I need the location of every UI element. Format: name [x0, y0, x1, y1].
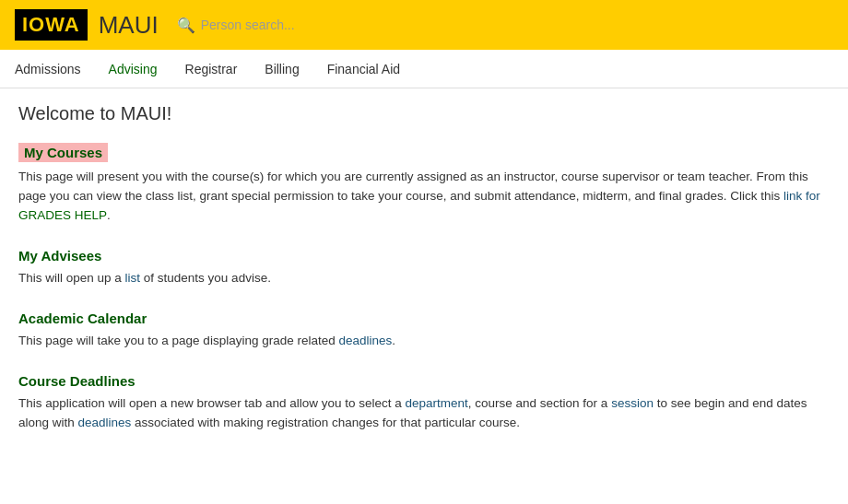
academic-calendar-title[interactable]: Academic Calendar — [18, 311, 147, 326]
my-advisees-body: This will open up a list of students you… — [18, 269, 830, 288]
main-nav: Admissions Advising Registrar Billing Fi… — [0, 50, 848, 88]
grades-help-link[interactable]: link for GRADES HELP — [18, 189, 820, 222]
search-input[interactable] — [201, 18, 385, 32]
deadlines-link[interactable]: deadlines — [78, 416, 132, 429]
nav-advising[interactable]: Advising — [109, 58, 158, 80]
nav-registrar[interactable]: Registrar — [185, 58, 238, 80]
app-title: MAUI — [99, 11, 159, 40]
section-my-advisees: My Advisees This will open up a list of … — [18, 248, 830, 288]
advisees-list-link[interactable]: list — [125, 271, 141, 285]
section-my-courses: My Courses This page will present you wi… — [18, 143, 830, 226]
main-content: Welcome to MAUI! My Courses This page wi… — [0, 88, 848, 469]
nav-financial-aid[interactable]: Financial Aid — [327, 58, 400, 80]
header: IOWA MAUI 🔍 — [0, 0, 848, 50]
department-link[interactable]: department — [405, 396, 467, 410]
nav-billing[interactable]: Billing — [265, 58, 299, 80]
course-deadlines-body: This application will open a new browser… — [18, 394, 830, 433]
search-icon: 🔍 — [177, 17, 195, 34]
session-link[interactable]: session — [611, 396, 654, 410]
grades-help-text[interactable]: GRADES HELP — [18, 208, 107, 222]
my-courses-body: This page will present you with the cour… — [18, 168, 830, 226]
my-courses-title[interactable]: My Courses — [18, 143, 108, 162]
section-course-deadlines: Course Deadlines This application will o… — [18, 373, 830, 433]
section-academic-calendar: Academic Calendar This page will take yo… — [18, 311, 830, 351]
academic-calendar-body: This page will take you to a page displa… — [18, 332, 830, 351]
search-container: 🔍 — [177, 17, 385, 34]
nav-admissions[interactable]: Admissions — [15, 58, 81, 80]
my-advisees-title[interactable]: My Advisees — [18, 248, 101, 264]
course-deadlines-title[interactable]: Course Deadlines — [18, 373, 135, 389]
calendar-deadlines-link[interactable]: deadlines — [338, 334, 392, 347]
welcome-heading: Welcome to MAUI! — [18, 103, 830, 124]
iowa-logo: IOWA — [15, 9, 88, 41]
